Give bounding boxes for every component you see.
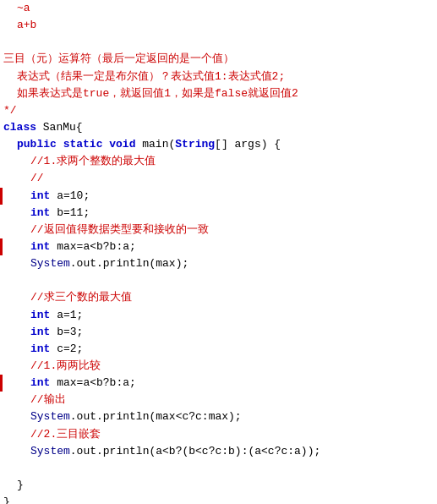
code-token: System — [30, 408, 70, 425]
code-line: int c=2; — [0, 341, 437, 358]
code-token: //1.求两个整数的最大值 — [30, 153, 156, 170]
code-line: int a=10; — [0, 188, 437, 205]
code-line: //2.三目嵌套 — [0, 426, 437, 443]
code-token: [] args) { — [215, 136, 281, 153]
code-line: 如果表达式是true，就返回值1，如果是false就返回值2 — [0, 85, 437, 102]
code-line: // — [0, 170, 437, 187]
code-token: ~a — [17, 0, 30, 17]
code-line: } — [0, 494, 437, 504]
code-token: int — [30, 324, 50, 341]
code-line: //1.求两个整数的最大值 — [0, 153, 437, 170]
code-line: //返回值得数据类型要和接收的一致 — [0, 222, 437, 238]
code-token: static — [63, 136, 103, 153]
code-token: int — [30, 205, 50, 222]
code-line: System.out.println(max); — [0, 255, 437, 272]
code-line: System.out.println(max<c?c:max); — [0, 408, 437, 425]
code-line — [0, 460, 437, 477]
code-line: */ — [0, 102, 437, 119]
code-line: //1.两两比较 — [0, 358, 437, 375]
code-token: //返回值得数据类型要和接收的一致 — [30, 222, 209, 238]
code-token: int — [30, 238, 50, 255]
code-token: 如果表达式是true，就返回值1，如果是false就返回值2 — [17, 85, 298, 102]
code-line: int a=1; — [0, 307, 437, 324]
code-line — [0, 34, 437, 51]
code-token: c=2; — [50, 341, 83, 358]
code-line: //求三个数的最大值 — [0, 289, 437, 306]
code-token: max=a<b?b:a; — [50, 238, 135, 255]
code-token: } — [17, 477, 24, 494]
code-line: 三目（元）运算符（最后一定返回的是一个值） — [0, 51, 437, 68]
code-line: } — [0, 477, 437, 494]
code-line: System.out.println(a<b?(b<c?c:b):(a<c?c:… — [0, 443, 437, 460]
code-token: class — [3, 119, 36, 136]
code-line: class SanMu{ — [0, 119, 437, 136]
code-token: System — [30, 255, 70, 272]
code-token: //1.两两比较 — [30, 358, 101, 375]
code-token: main( — [135, 136, 175, 153]
code-token: String — [175, 136, 215, 153]
code-token: //2.三目嵌套 — [30, 426, 101, 443]
code-token: // — [30, 170, 44, 187]
code-token: SanMu{ — [36, 119, 83, 136]
code-token: 三目（元）运算符（最后一定返回的是一个值） — [3, 51, 234, 68]
code-token: .out.println(max); — [70, 255, 188, 272]
code-token: } — [3, 494, 10, 504]
code-line: int max=a<b?b:a; — [0, 375, 437, 392]
code-token: int — [30, 307, 50, 324]
code-token: //求三个数的最大值 — [30, 289, 132, 306]
code-line: int b=3; — [0, 324, 437, 341]
code-token: b=3; — [50, 324, 83, 341]
code-token: .out.println(max<c?c:max); — [70, 408, 242, 425]
code-token — [57, 136, 63, 153]
code-token: a=1; — [50, 307, 83, 324]
code-token: public — [17, 136, 57, 153]
code-line: int b=11; — [0, 205, 437, 222]
code-token: */ — [3, 102, 17, 119]
code-token — [102, 136, 109, 153]
code-token: 表达式（结果一定是布尔值）？表达式值1:表达式值2; — [17, 68, 285, 85]
code-line: //输出 — [0, 392, 437, 408]
code-token: max=a<b?b:a; — [50, 375, 135, 392]
code-line: public static void main(String[] args) { — [0, 136, 437, 153]
code-line: a+b — [0, 17, 437, 34]
code-token: int — [30, 341, 50, 358]
code-line — [0, 272, 437, 289]
code-token: System — [30, 443, 70, 460]
code-line: int max=a<b?b:a; — [0, 238, 437, 255]
code-line: ~a — [0, 0, 437, 17]
code-token: .out.println(a<b?(b<c?c:b):(a<c?c:a)); — [70, 443, 320, 460]
code-token: a+b — [17, 17, 36, 34]
code-editor: ~aa+b 三目（元）运算符（最后一定返回的是一个值）表达式（结果一定是布尔值）… — [0, 0, 437, 504]
code-token: a=10; — [50, 188, 90, 205]
code-token: b=11; — [50, 205, 90, 222]
code-token: //输出 — [30, 392, 66, 408]
code-token: int — [30, 188, 50, 205]
code-token: int — [30, 375, 50, 392]
code-token: void — [109, 136, 135, 153]
code-line: 表达式（结果一定是布尔值）？表达式值1:表达式值2; — [0, 68, 437, 85]
